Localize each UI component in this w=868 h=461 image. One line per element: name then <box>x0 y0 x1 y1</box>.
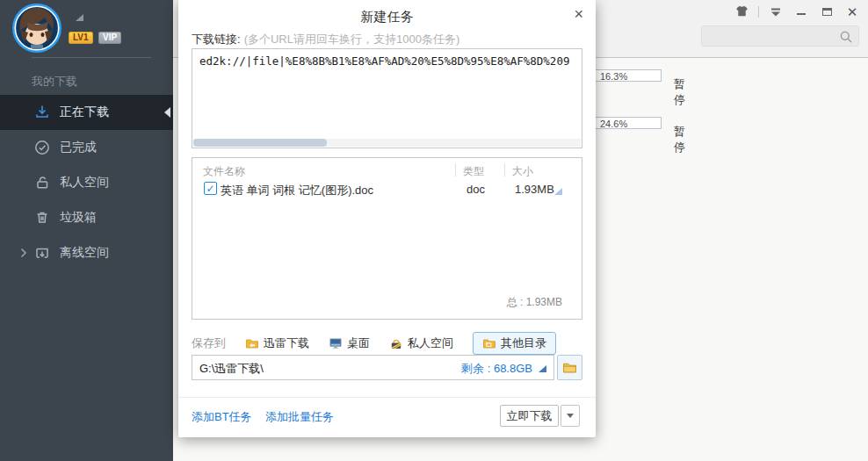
maximize-icon[interactable] <box>818 4 835 18</box>
total-size: 总 : 1.93MB <box>507 295 562 310</box>
minimize-to-tray-icon[interactable] <box>767 4 785 18</box>
sidebar-item-label: 已完成 <box>60 140 97 155</box>
column-separator <box>455 163 456 176</box>
column-header-type[interactable]: 类型 <box>463 164 484 179</box>
sidebar: LV1 VIP 我的下载 正在下载 已完成 私人空间 <box>0 0 173 461</box>
save-path-input[interactable]: G:\迅雷下载\ 剩余 : 68.8GB <box>192 355 554 380</box>
private-safe-icon <box>389 336 403 350</box>
dialog-close-icon[interactable]: × <box>574 6 583 22</box>
add-batch-task-link[interactable]: 添加批量任务 <box>265 409 334 425</box>
folder-icon <box>562 360 577 375</box>
download-options-caret-button[interactable] <box>561 405 580 427</box>
progress-percent: 24.6% <box>600 119 627 129</box>
sidebar-item-offline-space[interactable]: 离线空间 <box>0 235 173 270</box>
sidebar-item-label: 私人空间 <box>60 175 109 191</box>
scrollbar-thumb[interactable] <box>193 139 327 147</box>
folder-icon <box>482 336 496 350</box>
level-badge[interactable]: LV1 <box>69 32 93 44</box>
theme-shirt-icon[interactable] <box>733 4 750 18</box>
caret-down-icon <box>567 414 574 418</box>
dropdown-triangle-icon <box>539 365 546 372</box>
save-option-label: 迅雷下载 <box>264 335 309 351</box>
save-option-thunder-folder[interactable]: 迅雷下载 <box>245 335 309 351</box>
url-textarea[interactable]: ed2k://|file|%E8%8B%B1%E8%AF%AD%20%E5%8D… <box>192 48 582 148</box>
vip-badge[interactable]: VIP <box>98 32 121 44</box>
save-path-value: G:\迅雷下载\ <box>199 361 264 377</box>
horizontal-scrollbar[interactable] <box>193 139 581 147</box>
download-now-button[interactable]: 立即下载 <box>500 405 559 427</box>
dialog-title: 新建任务 <box>178 9 596 25</box>
sidebar-divider <box>32 57 151 58</box>
task-status: 暂停 <box>674 76 685 108</box>
download-link-label-row: 下载链接:(多个URL请用回车换行，支持1000条任务) <box>192 32 459 47</box>
offline-box-icon <box>33 244 51 262</box>
sidebar-item-label: 垃圾箱 <box>60 210 97 226</box>
close-icon[interactable]: ✕ <box>843 4 861 18</box>
controls-separator <box>758 6 759 18</box>
file-table: 文件名称 类型 大小 ✓ 英语 单词 词根 记忆(图形).doc doc 1.9… <box>192 157 582 320</box>
size-sort-icon[interactable] <box>554 188 562 195</box>
save-path-row: G:\迅雷下载\ 剩余 : 68.8GB <box>192 355 582 380</box>
file-row[interactable]: ✓ 英语 单词 词根 记忆(图形).doc doc 1.93MB <box>192 180 582 199</box>
file-checkbox[interactable]: ✓ <box>204 182 217 195</box>
lock-open-icon <box>33 174 51 191</box>
save-to-label: 保存到 <box>192 335 226 351</box>
browse-folder-button[interactable] <box>557 355 582 380</box>
thunder-folder-icon <box>245 336 259 350</box>
check-circle-icon <box>33 139 51 156</box>
file-name: 英语 单词 词根 记忆(图形).doc <box>221 183 373 198</box>
save-option-label: 其他目录 <box>501 335 546 351</box>
free-space-dropdown[interactable]: 剩余 : 68.8GB <box>461 361 546 377</box>
save-option-other-directory[interactable]: 其他目录 <box>473 332 556 355</box>
save-option-desktop[interactable]: 桌面 <box>329 335 370 351</box>
sidebar-item-completed[interactable]: 已完成 <box>0 130 173 165</box>
trash-icon <box>33 209 51 227</box>
column-header-size[interactable]: 大小 <box>512 164 533 179</box>
chevron-right-icon <box>20 247 27 261</box>
window-controls: ✕ <box>733 4 861 19</box>
sidebar-section-header: 我的下载 <box>32 74 77 90</box>
column-separator <box>504 163 505 176</box>
download-link-label: 下载链接: <box>192 32 241 46</box>
url-value: ed2k://|file|%E8%8B%B1%E8%AF%AD%20%E5%8D… <box>199 54 580 68</box>
user-menu-caret-icon[interactable] <box>76 14 83 21</box>
search-input[interactable] <box>701 25 859 47</box>
footer-divider <box>178 397 596 398</box>
sidebar-item-private-space[interactable]: 私人空间 <box>0 165 173 200</box>
add-bt-task-link[interactable]: 添加BT任务 <box>192 409 252 425</box>
sidebar-item-trash[interactable]: 垃圾箱 <box>0 200 173 235</box>
sidebar-item-label: 离线空间 <box>60 245 109 261</box>
file-type: doc <box>467 183 485 196</box>
sidebar-item-label: 正在下载 <box>60 104 109 120</box>
free-space-label: 剩余 : 68.8GB <box>461 361 532 377</box>
file-size: 1.93MB <box>515 183 554 196</box>
download-arrow-icon <box>33 104 51 121</box>
save-option-label: 私人空间 <box>408 335 453 351</box>
active-item-marker <box>164 107 170 118</box>
sidebar-nav: 正在下载 已完成 私人空间 垃圾箱 <box>0 95 173 270</box>
progress-percent: 16.3% <box>600 71 627 82</box>
save-option-label: 桌面 <box>347 335 370 351</box>
minimize-icon[interactable] <box>792 4 810 18</box>
save-to-row: 保存到 迅雷下载 桌面 私人空间 <box>192 332 582 355</box>
avatar[interactable] <box>11 3 62 56</box>
sidebar-item-downloading[interactable]: 正在下载 <box>0 95 173 130</box>
save-option-private-space[interactable]: 私人空间 <box>389 335 453 351</box>
desktop-icon <box>329 336 343 350</box>
search-icon <box>839 30 853 44</box>
download-link-hint: (多个URL请用回车换行，支持1000条任务) <box>244 32 460 46</box>
new-task-dialog: 新建任务 × 下载链接:(多个URL请用回车换行，支持1000条任务) ed2k… <box>178 0 596 437</box>
column-header-name[interactable]: 文件名称 <box>203 164 245 179</box>
task-status: 暂停 <box>674 124 685 155</box>
